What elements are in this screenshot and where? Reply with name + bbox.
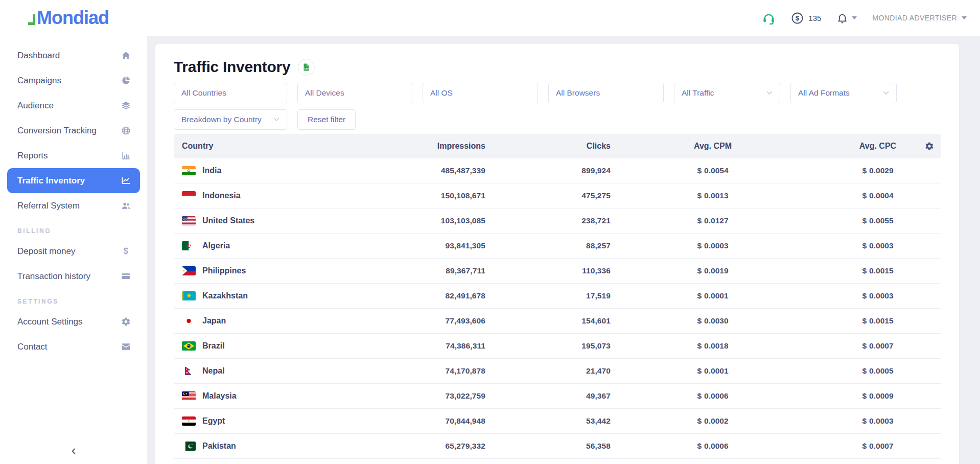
country-name[interactable]: Kazakhstan [202, 291, 248, 300]
impressions-value: 77,493,606 [404, 316, 485, 326]
sidebar-item-traffic-inventory[interactable]: Traffic Inventory [7, 168, 140, 193]
impressions-value: 103,103,085 [404, 216, 485, 225]
column-header-impressions[interactable]: Impressions [404, 142, 485, 151]
column-header-country[interactable]: Country [174, 142, 404, 151]
impressions-value: 74,386,311 [404, 341, 485, 351]
sidebar-item-contact[interactable]: Contact [0, 334, 147, 359]
brand-name: Mondiad [37, 10, 109, 26]
gear-icon [925, 142, 934, 151]
table-row[interactable]: India485,487,339899,924$0.0054$0.0029 [174, 158, 941, 183]
united-states-flag-icon [182, 216, 196, 225]
clicks-value: 53,442 [485, 416, 611, 426]
sidebar-item-deposit-money[interactable]: Deposit money [0, 239, 147, 264]
account-label: MONDIAD ADVERTISER [872, 14, 957, 22]
country-name[interactable]: Pakistan [202, 442, 236, 451]
dollar-sign: $ [697, 416, 702, 425]
table-row[interactable]: Indonesia150,108,671475,275$0.0013$0.000… [174, 183, 941, 208]
sidebar-item-transaction-history[interactable]: Transaction history [0, 264, 147, 289]
country-name[interactable]: Japan [202, 316, 226, 326]
column-header-avg-cpc[interactable]: Avg. CPC [815, 142, 941, 151]
dollar-sign: $ [862, 316, 867, 325]
reset-filter-button[interactable]: Reset filter [297, 109, 356, 130]
avg-cpm-value: $0.0054 [611, 166, 815, 175]
table-row[interactable]: Pakistan65,279,33256,358$0.0006$0.0007 [174, 434, 941, 459]
impressions-value: 89,367,711 [404, 266, 485, 275]
topbar: Mondiad $ 135 [0, 0, 980, 36]
devices-filter-input[interactable] [297, 83, 412, 103]
traffic-filter-select[interactable]: All Traffic [674, 83, 780, 103]
impressions-value: 70,844,948 [404, 416, 485, 426]
browsers-filter-input[interactable] [548, 83, 664, 103]
export-csv-button[interactable]: CSV [298, 59, 315, 76]
filter-value: Breakdown by Country [181, 115, 262, 124]
dollar-sign: $ [697, 166, 702, 175]
credit-card-icon [121, 271, 131, 281]
clicks-value: 56,358 [485, 442, 611, 451]
country-name[interactable]: Malaysia [202, 391, 237, 401]
column-header-avg-cpm[interactable]: Avg. CPM [611, 142, 815, 151]
sidebar-item-referral-system[interactable]: Referral System [0, 193, 147, 218]
os-filter-input[interactable] [423, 83, 538, 103]
country-name[interactable]: Philippines [202, 266, 246, 275]
table-row[interactable]: Kazakhstan82,491,67817,519$0.0001$0.0003 [174, 284, 941, 309]
page-title: Traffic Inventory [174, 58, 290, 76]
balance-amount: 135 [808, 14, 821, 22]
dollar-sign: $ [697, 366, 702, 375]
sidebar-item-conversion-tracking[interactable]: Conversion Tracking [0, 118, 147, 143]
sidebar-item-audience[interactable]: Audience [0, 93, 147, 118]
table-row[interactable]: Brazil74,386,311195,073$0.0018$0.0007 [174, 334, 941, 359]
table-header: Country Impressions Clicks Avg. CPM Avg.… [174, 134, 941, 158]
japan-flag-icon [182, 316, 196, 326]
sidebar-item-label: Contact [17, 342, 48, 352]
table-row[interactable]: United States103,103,085238,721$0.0127$0… [174, 208, 941, 234]
avg-cpm-value: $0.0003 [611, 241, 815, 250]
table-row[interactable]: Egypt70,844,94853,442$0.0002$0.0003 [174, 409, 941, 434]
support-button[interactable] [762, 11, 776, 25]
sidebar-item-reports[interactable]: Reports [0, 143, 147, 168]
avg-cpm-value: $0.0006 [611, 442, 815, 451]
table-row[interactable]: Japan77,493,606154,601$0.0030$0.0015 [174, 309, 941, 334]
clicks-value: 110,336 [485, 266, 611, 275]
avg-cpc-value: $0.0005 [815, 366, 941, 376]
dollar-sign: $ [862, 442, 867, 450]
country-name[interactable]: Egypt [202, 416, 225, 426]
country-name[interactable]: India [202, 166, 221, 175]
avg-cpc-value: $0.0007 [815, 442, 941, 451]
table-row[interactable]: Algeria93,841,30588,257$0.0003$0.0003 [174, 234, 941, 259]
column-settings-button[interactable] [925, 142, 934, 151]
sidebar-item-account-settings[interactable]: Account Settings [0, 309, 147, 334]
table-row[interactable]: Philippines89,367,711110,336$0.0019$0.00… [174, 259, 941, 284]
country-name[interactable]: Nepal [202, 366, 225, 376]
clicks-value: 899,924 [485, 166, 611, 175]
ad-formats-filter-select[interactable]: All Ad Formats [790, 83, 897, 103]
notifications-button[interactable] [836, 12, 857, 24]
dollar-sign: $ [862, 216, 867, 225]
country-name[interactable]: United States [202, 216, 254, 225]
country-name[interactable]: Algeria [202, 241, 230, 250]
dollar-sign: $ [862, 191, 867, 200]
impressions-value: 93,841,305 [404, 241, 485, 250]
table-body: India485,487,339899,924$0.0054$0.0029Ind… [174, 158, 941, 459]
dollar-sign: $ [862, 416, 867, 425]
impressions-value: 485,487,339 [404, 166, 485, 175]
chevron-down-icon [883, 91, 889, 95]
countries-filter-input[interactable] [174, 83, 287, 103]
column-header-clicks[interactable]: Clicks [485, 142, 611, 151]
sidebar-item-dashboard[interactable]: Dashboard [0, 43, 147, 68]
sidebar-item-campaigns[interactable]: Campaigns [0, 68, 147, 93]
home-icon [121, 51, 131, 60]
breakdown-filter-select[interactable]: Breakdown by Country [174, 109, 287, 130]
dollar-sign: $ [697, 241, 702, 250]
balance[interactable]: $ 135 [791, 12, 821, 25]
avg-cpc-value: $0.0015 [815, 316, 941, 326]
sidebar-collapse-button[interactable]: ‹ [0, 444, 147, 457]
indonesia-flag-icon [182, 191, 196, 200]
table-row[interactable]: Malaysia73,022,75949,367$0.0006$0.0009 [174, 384, 941, 409]
brand-logo[interactable]: Mondiad [28, 10, 109, 26]
table-row[interactable]: Nepal74,170,87821,470$0.0001$0.0005 [174, 359, 941, 384]
clicks-value: 475,275 [485, 191, 611, 200]
country-name[interactable]: Indonesia [202, 191, 241, 200]
account-menu[interactable]: MONDIAD ADVERTISER [872, 14, 967, 22]
country-name[interactable]: Brazil [202, 341, 225, 351]
globe-icon [121, 126, 131, 135]
